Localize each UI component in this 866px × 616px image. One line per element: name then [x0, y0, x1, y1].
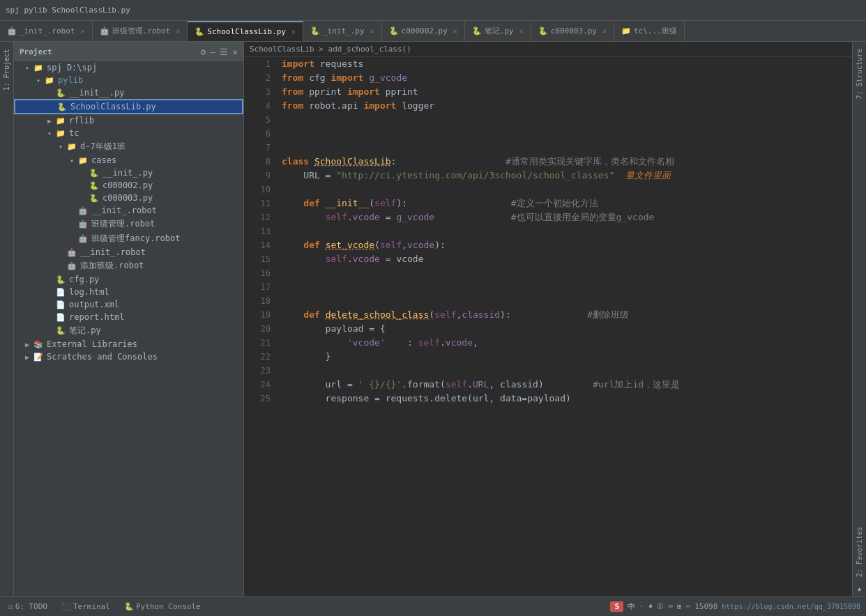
settings-icon[interactable]: ⚙ [201, 47, 206, 57]
code-line-7 [282, 141, 846, 155]
kw: import [347, 85, 380, 99]
arrow-d7: ▾ [59, 143, 67, 151]
tab-label-7: tc\...班级 [634, 26, 677, 36]
line-count: 15098 [694, 602, 717, 611]
python-console-label: Python Console [136, 602, 201, 611]
tree-item-pylib[interactable]: ▾ 📁 pylib [14, 74, 243, 86]
tree-item-report-html[interactable]: 📄 report.html [14, 311, 243, 323]
tree-item-cases-init[interactable]: 🐍 __init_.py [14, 167, 243, 179]
tab-label-6: c000003.py [551, 26, 597, 36]
kw: from [282, 71, 303, 85]
arrow-empty [49, 103, 57, 111]
tree-item-external-libs[interactable]: ▶ 📚 External Libraries [14, 338, 243, 351]
todo-tab[interactable]: ☑ 6: TODO [6, 602, 50, 611]
sidebar-header-icons: ⚙ — ☰ ✕ [201, 47, 238, 57]
mic-icon: ① [657, 602, 664, 611]
terminal-tab[interactable]: ⬛ Terminal [59, 602, 113, 611]
comment: #url加上id，这里是 [593, 378, 680, 392]
arrow-rflib: ▶ [47, 117, 56, 125]
tree-item-schoolclasslib[interactable]: 🐍 SchoolClassLib.py [14, 99, 243, 114]
tab-close-3[interactable]: ✕ [370, 27, 374, 35]
attr: URL [473, 378, 489, 392]
tree-item-tc[interactable]: ▾ 📁 tc [14, 127, 243, 139]
self: self [326, 252, 347, 266]
tree-item-spj[interactable]: ▾ 📁 spj D:\spj [14, 61, 243, 74]
tab-close-4[interactable]: ✕ [453, 27, 457, 35]
ln-21: 21 [244, 336, 271, 350]
tree-label-rflib: rflib [69, 116, 94, 125]
python-console-tab[interactable]: 🐍 Python Console [121, 602, 204, 611]
top-bar: spj pylib SchoolClassLib.py [0, 0, 866, 21]
keyboard-icon: ⌨ [668, 602, 673, 611]
robot-icon: 🤖 [78, 234, 89, 243]
comment: #定义一个初始化方法 [511, 197, 598, 210]
tree-item-c000002[interactable]: 🐍 c000002.py [14, 179, 243, 192]
gear-icon[interactable]: ☰ [220, 47, 228, 57]
structure-tab-vertical[interactable]: 7: Structure [854, 45, 865, 103]
code-line-20: payload = { [282, 322, 846, 336]
tree-item-cfg-py[interactable]: 🐍 cfg.py [14, 273, 243, 286]
tree-label: 班级管理.robot [91, 218, 155, 230]
fn: __init__ [326, 197, 370, 210]
arrow-cases: ▾ [70, 157, 78, 164]
ln-22: 22 [244, 350, 271, 364]
sidebar-header: Project ⚙ — ☰ ✕ [14, 42, 243, 61]
tab-close-1[interactable]: ✕ [176, 27, 180, 35]
collapse-icon[interactable]: — [210, 47, 215, 57]
tab-close-0[interactable]: ✕ [80, 27, 84, 35]
tree-item-tc-init-robot[interactable]: 🤖 __init_.robot [14, 246, 243, 259]
project-tab-vertical[interactable]: 1: Project [1, 45, 12, 95]
python-icon: 🐍 [56, 88, 67, 98]
tab-close-2[interactable]: ✕ [291, 28, 296, 36]
tab-close-6[interactable]: ✕ [602, 27, 607, 35]
tab-banjiguanli-robot[interactable]: 🤖 班级管理.robot ✕ [93, 21, 188, 41]
tab-schoolclasslib-py[interactable]: 🐍 SchoolClassLib.py ✕ [188, 21, 303, 41]
attr: vcode [446, 336, 473, 350]
tab-close-5[interactable]: ✕ [519, 27, 524, 35]
arrow-empty [47, 89, 56, 97]
ln-10: 10 [244, 183, 271, 197]
tree-item-scratches[interactable]: ▶ 📝 Scratches and Consoles [14, 351, 243, 363]
scissors-icon: ✂ [686, 602, 691, 611]
tree-label: c000002.py [102, 180, 153, 190]
code-line-5 [282, 113, 846, 127]
arrow-empty [47, 288, 56, 296]
star-icon[interactable]: ★ [854, 581, 865, 596]
tree-label-schoolclasslib: SchoolClassLib.py [70, 102, 156, 111]
tree-item-notes-py[interactable]: 🐍 笔记.py [14, 323, 243, 338]
tree-item-banjiguanli-robot[interactable]: 🤖 班级管理.robot [14, 217, 243, 231]
tab-init-robot[interactable]: 🤖 _init_.robot ✕ [0, 21, 93, 41]
tree-item-banjiguanlifancy-robot[interactable]: 🤖 班级管理fancy.robot [14, 231, 243, 246]
tab-icon-2: 🐍 [195, 27, 204, 36]
arrow-empty [70, 235, 78, 242]
string: "http://ci.ytesting.com/api/3school/scho… [336, 169, 614, 183]
comment: #通常用类实现关键字库，类名和文件名相 [506, 155, 674, 169]
tab-tc-folder[interactable]: 📁 tc\...班级 [614, 21, 685, 41]
code-editor[interactable]: import requests from cfg import g_vcode … [276, 57, 852, 596]
tree-item-tianjiabj-robot[interactable]: 🤖 添加班级.robot [14, 259, 243, 273]
tree-item-d7-init-robot[interactable]: 🤖 __init_.robot [14, 204, 243, 217]
kw: class [282, 155, 309, 169]
ln-8: 8 [244, 155, 271, 169]
python-icon: 🐍 [89, 181, 100, 190]
dot-status: · [639, 602, 644, 611]
code-line-16 [282, 266, 846, 280]
self: self [446, 378, 467, 392]
attr: vcode [353, 252, 380, 266]
tree-item-cases[interactable]: ▾ 📁 cases [14, 154, 243, 167]
tab-notes-py[interactable]: 🐍 笔记.py ✕ [465, 21, 531, 41]
favorites-tab-vertical[interactable]: 2: Favorites [854, 523, 865, 581]
tree-item-output-xml[interactable]: 📄 output.xml [14, 298, 243, 311]
tab-c000003-py[interactable]: 🐍 c000003.py ✕ [531, 21, 614, 41]
grid-icon: ⊞ [677, 602, 682, 611]
tree-item-rflib[interactable]: ▶ 📁 rflib [14, 114, 243, 127]
tab-init-py[interactable]: 🐍 _init_.py ✕ [303, 21, 382, 41]
arrow-pylib: ▾ [36, 77, 45, 84]
tree-item-c000003[interactable]: 🐍 c000003.py [14, 192, 243, 204]
arrow-tc: ▾ [47, 130, 56, 137]
tree-item-init-py[interactable]: 🐍 __init__.py [14, 86, 243, 99]
tree-item-d7[interactable]: ▾ 📁 d-7年级1班 [14, 139, 243, 154]
tab-c000002-py[interactable]: 🐍 c000002.py ✕ [382, 21, 465, 41]
tree-item-log-html[interactable]: 📄 log.html [14, 286, 243, 298]
close-panel-icon[interactable]: ✕ [232, 47, 238, 57]
